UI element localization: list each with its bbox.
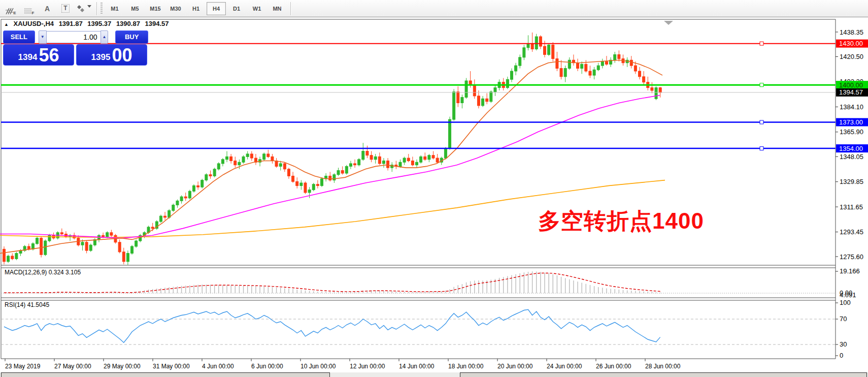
price-tick-label: 1365.90 [840,128,863,136]
timeframe-button-mn[interactable]: MN [268,2,287,15]
time-tick-label: 31 May 00:00 [153,363,190,370]
macd-axis-label: 4.091 [840,291,856,299]
textbox-t-icon[interactable]: T [58,2,73,15]
timeframe-button-m15[interactable]: M15 [146,2,165,15]
price-tick-label: 1311.65 [840,203,863,211]
letter-a-glyph: A [45,5,50,13]
sell-price-pips: 56 [39,47,59,64]
bottom-tab-right[interactable] [460,372,867,377]
ohlc-high: 1395.37 [87,20,111,27]
timeframe-button-m1[interactable]: M1 [105,2,124,15]
time-tick-label: 12 Jun 00:00 [350,363,385,370]
time-tick-label: 28 Jun 00:00 [645,363,681,370]
time-tick-label: 20 Jun 00:00 [497,363,533,370]
time-tick-label: 4 Jun 00:00 [202,363,234,370]
price-tick-label: 1329.85 [840,178,863,185]
price-badge-label: 1394.57 [839,88,863,96]
level-handle[interactable] [760,42,763,45]
timeframe-button-d1[interactable]: D1 [227,2,246,15]
time-tick-label: 29 May 00:00 [104,363,141,370]
price-badge-label: 1430.00 [839,40,863,47]
rsi-label: RSI(14) 41.5045 [5,301,49,308]
toolbar-separator [96,2,97,15]
timeframe-button-m5[interactable]: M5 [125,2,145,15]
text-a-icon[interactable]: A [40,2,55,15]
ohlc-close: 1394.57 [145,20,169,27]
price-tick-label: 1293.45 [840,228,863,236]
trading-terminal-window: E F A T M1M5M15M30H1H4D1W1 [0,0,868,377]
timeframe-button-h1[interactable]: H1 [186,2,206,15]
time-tick-label: 26 Jun 00:00 [596,363,631,370]
dropdown-caret-icon [87,5,91,8]
price-badge-label: 1354.00 [839,145,863,152]
rsi-axis-label: 0 [840,352,843,359]
sell-price-main: 1394 [18,52,38,62]
volume-decrease-button[interactable]: ▼ [39,30,47,44]
chart-annotation-text[interactable]: 多空转折点1400 [538,206,704,236]
ohlc-open: 1391.87 [59,20,83,27]
price-tick-label: 1348.05 [840,153,863,161]
volume-input[interactable] [47,31,101,43]
toolbar-drag-handle[interactable] [101,3,103,15]
chart-area[interactable]: 1438.351420.501402.301384.101365.901348.… [0,17,868,377]
one-click-trading-panel: SELL ▼ ▲ BUY 1394 56 1395 00 [3,30,148,43]
buy-button[interactable]: BUY [115,30,148,44]
buy-price-main: 1395 [91,52,111,62]
time-tick-label: 24 Jun 00:00 [547,363,582,370]
buy-price-panel[interactable]: 1395 00 [76,44,147,66]
sell-price-panel[interactable]: 1394 56 [3,44,74,66]
toolbar-separator-2 [290,2,291,15]
level-handle[interactable] [760,147,763,150]
rsi-axis-label: 70 [840,315,847,323]
symbol-label: XAUUSD-,H4 [14,20,54,27]
price-tick-label: 1438.35 [840,28,863,36]
level-handle[interactable] [760,120,763,124]
time-tick-label: 6 Jun 00:00 [251,363,283,370]
level-handle[interactable] [760,83,763,87]
rsi-axis-label: 30 [840,340,847,348]
bottom-tab-left[interactable] [1,372,330,377]
price-tick-label: 1275.60 [840,253,863,261]
price-tick-label: 1420.50 [840,53,863,60]
volume-increase-button[interactable]: ▲ [101,30,109,44]
style-arrows-icon[interactable] [76,2,91,15]
ohlc-low: 1390.87 [116,20,140,27]
rsi-axis-label: 100 [840,299,851,306]
price-tick-label: 1384.10 [840,103,863,111]
buy-price-pips: 00 [112,47,132,64]
macd-axis-label: 19.166 [840,267,860,275]
time-tick-label: 14 Jun 00:00 [399,363,435,370]
time-tick-label: 27 May 00:00 [54,363,91,370]
timeframe-buttons: M1M5M15M30H1H4D1W1MN [105,2,287,15]
letter-t-glyph: T [61,4,69,13]
time-tick-label: 23 May 2019 [5,363,41,370]
timeframe-button-h4[interactable]: H4 [207,2,226,15]
chart-pattern-icon[interactable]: E [3,2,18,15]
time-tick-label: 18 Jun 00:00 [448,363,484,370]
price-badge-label: 1400.00 [839,81,863,89]
timeframe-button-m30[interactable]: M30 [166,2,185,15]
time-tick-label: 10 Jun 00:00 [301,363,336,370]
toolbar: E F A T M1M5M15M30H1H4D1W1 [0,0,868,17]
sell-button[interactable]: SELL [3,30,35,44]
bottom-tab-strip [0,372,868,377]
price-badge-label: 1373.00 [839,118,863,126]
chart-title: ▲ XAUUSD-,H4 1391.87 1395.37 1390.87 139… [4,20,172,27]
macd-label: MACD(12,26,9) 0.324 3.105 [5,269,81,276]
diamonds-glyph [77,5,85,13]
timeframe-button-w1[interactable]: W1 [247,2,266,15]
icon-sub-label: E [13,11,16,15]
price-axis: 1438.351420.501402.301384.101365.901348.… [836,17,868,377]
grid-dots-icon[interactable]: F [21,2,37,15]
icon-sub-label: F [32,11,35,15]
collapse-arrow-icon[interactable]: ▲ [4,22,9,27]
